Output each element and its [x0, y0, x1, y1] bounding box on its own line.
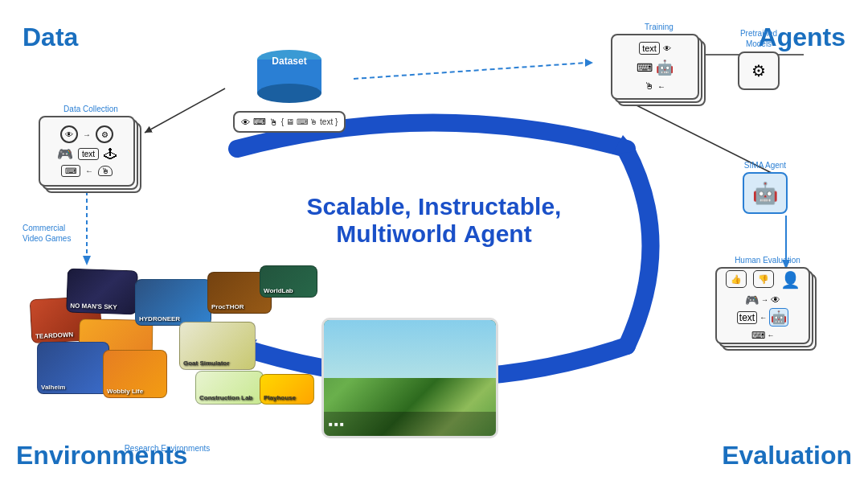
research-environments-label: Research Environments: [125, 444, 211, 453]
game-title-worldlab: WorldLab: [264, 287, 293, 294]
game-title-procthor: ProcTHOR: [211, 303, 244, 310]
arrow-left-dc: ←: [85, 166, 93, 175]
svg-marker-1: [585, 59, 593, 67]
human-eval-box: Human Evaluation 👍 👎 👤 🎮 → 👁 text ← 🤖 ⌨: [715, 256, 820, 354]
game-tile-worldlab: WorldLab: [260, 265, 317, 298]
bold-m: M: [336, 220, 356, 247]
game-title-nomanssky: NO MAN'S SKY: [70, 302, 117, 311]
label-evaluation: Evaluation: [722, 441, 852, 470]
svg-line-0: [354, 63, 587, 79]
dc-row-bot: ⌨ ← 🖱: [61, 165, 113, 177]
game-tile-goat: Goat Simulator: [179, 322, 256, 370]
game-screenshot-overlay: ■ ■ ■: [324, 412, 496, 436]
training-box: Training text 👁 ⌨ 🤖 🖱 ←: [611, 23, 707, 110]
games-area: TEARDOWN NO MAN'S SKY SATISFACTORY HYDRO…: [23, 245, 312, 438]
data-collection-label: Data Collection: [39, 105, 143, 113]
training-row-top: text 👁: [639, 42, 671, 55]
dc-row-top: 👁 → ⚙: [60, 125, 113, 143]
dataset-mouse-icon: 🖱: [269, 117, 278, 127]
text-training: text: [639, 42, 660, 55]
training-inner: text 👁 ⌨ 🤖 🖱 ←: [611, 34, 699, 100]
arrow-left-he2: ←: [768, 331, 775, 339]
title-line2: Multiworld Agent: [265, 220, 603, 248]
main-title: Scalable, Instructable, Multiworld Agent: [265, 193, 603, 248]
he-inner: 👍 👎 👤 🎮 → 👁 text ← 🤖 ⌨ ←: [715, 267, 810, 344]
bold-i: I: [418, 193, 424, 220]
he-top-row: 👍 👎 👤: [726, 270, 800, 290]
mouse-icon-dc: 🖱: [98, 166, 113, 176]
thumbsup-icon: 👍: [726, 270, 747, 288]
game-tile-wobbly: Wobbly Life: [103, 350, 167, 398]
sima-robot-icon: 🤖: [743, 172, 788, 214]
dataset-box: Dataset 👁 ⌨ 🖱 { 🖥 ⌨ 🖱 text }: [225, 48, 354, 133]
he-mid-row: 🎮 → 👁: [745, 294, 780, 306]
pretrained-label: PretrainedModels: [738, 28, 780, 49]
keyboard-he: ⌨: [751, 330, 765, 341]
svg-point-15: [257, 84, 321, 103]
training-stack: text 👁 ⌨ 🤖 🖱 ←: [611, 34, 707, 110]
svg-text:Dataset: Dataset: [272, 55, 306, 67]
sima-agent-box: SIMA Agent 🤖: [743, 161, 788, 214]
game-screenshot-hud: ■ ■ ■: [329, 421, 344, 428]
gear-icon-dc: ⚙: [96, 125, 113, 143]
robot-he: 🤖: [769, 308, 788, 327]
person-icon-he: 👤: [780, 270, 800, 290]
game-title-teardown: TEARDOWN: [35, 331, 74, 340]
human-eval-label: Human Evaluation: [715, 256, 820, 265]
arrow-training: ←: [657, 82, 665, 91]
training-row-mid: ⌨ 🤖: [637, 59, 674, 76]
svg-line-4: [145, 88, 225, 133]
eye-icon-dc: 👁: [60, 125, 78, 143]
thumbsdown-icon: 👎: [753, 270, 774, 288]
bold-s: S: [307, 193, 323, 220]
game-screenshot: ■ ■ ■: [321, 318, 498, 438]
game-tile-valheim: Valheim: [37, 342, 109, 394]
pretrained-gear-icon: ⚙: [738, 51, 780, 90]
bold-a: A: [464, 220, 481, 247]
training-label: Training: [611, 23, 707, 31]
gamepad-he: 🎮: [745, 294, 759, 306]
game-title-goat: Goat Simulator: [183, 359, 229, 367]
eye-he: 👁: [771, 294, 780, 306]
game-title-playhouse: Playhouse: [264, 394, 296, 401]
text-label-dc: text: [78, 148, 99, 160]
keyboard-icon-dc: ⌨: [61, 165, 80, 177]
human-eval-stack: 👍 👎 👤 🎮 → 👁 text ← 🤖 ⌨ ←: [715, 267, 820, 354]
training-row-bot: 🖱 ←: [645, 80, 665, 92]
he-bot-row: text ← 🤖: [737, 308, 788, 327]
game-title-hydroneer: HYDRONEER: [139, 315, 180, 323]
joystick-icon-dc: 🕹: [104, 147, 117, 162]
database-icon: Dataset: [253, 48, 326, 105]
gamepad-icon-dc: 🎮: [57, 146, 73, 162]
dc-row-mid: 🎮 text 🕹: [57, 146, 117, 162]
sima-label: SIMA Agent: [743, 161, 788, 170]
data-collection-box: Data Collection 👁 → ⚙ 🎮 text 🕹 ⌨ ← 🖱: [39, 105, 143, 196]
data-collection-stack: 👁 → ⚙ 🎮 text 🕹 ⌨ ← 🖱: [39, 116, 143, 196]
he-keyboard-row: ⌨ ←: [751, 330, 775, 341]
game-title-wobbly: Wobbly Life: [107, 388, 143, 395]
mouse-training: 🖱: [645, 80, 654, 92]
robot-training: 🤖: [656, 59, 674, 76]
arrow-right-he: →: [761, 296, 768, 304]
label-data: Data: [23, 23, 78, 52]
title-line1: Scalable, Instructable,: [265, 193, 603, 220]
dataset-content-label: 👁 ⌨ 🖱 { 🖥 ⌨ 🖱 text }: [233, 111, 346, 133]
data-collection-inner: 👁 → ⚙ 🎮 text 🕹 ⌨ ← 🖱: [39, 116, 135, 187]
game-tile-construction: Construction Lab: [195, 371, 264, 405]
keyboard-training: ⌨: [637, 61, 653, 74]
arrow-left-he: ←: [760, 314, 767, 322]
dataset-keyboard-icon: ⌨: [253, 117, 266, 127]
game-tile-hydroneer: HYDRONEER: [135, 279, 211, 326]
arrow-right-dc: →: [83, 130, 91, 139]
pretrained-box: PretrainedModels ⚙: [738, 28, 780, 90]
game-tile-nomanssky: NO MAN'S SKY: [66, 268, 138, 314]
game-tile-playhouse: Playhouse: [260, 374, 314, 405]
dataset-eye-icon: 👁: [241, 117, 250, 127]
svg-marker-12: [612, 135, 637, 154]
text-he: text: [737, 311, 757, 324]
game-title-construction: Construction Lab: [199, 394, 252, 401]
commercial-games-label: CommercialVideo Games: [23, 223, 71, 244]
eye-training: 👁: [663, 44, 671, 53]
dataset-text: { 🖥 ⌨ 🖱 text }: [281, 117, 338, 126]
game-title-valheim: Valheim: [41, 384, 65, 391]
